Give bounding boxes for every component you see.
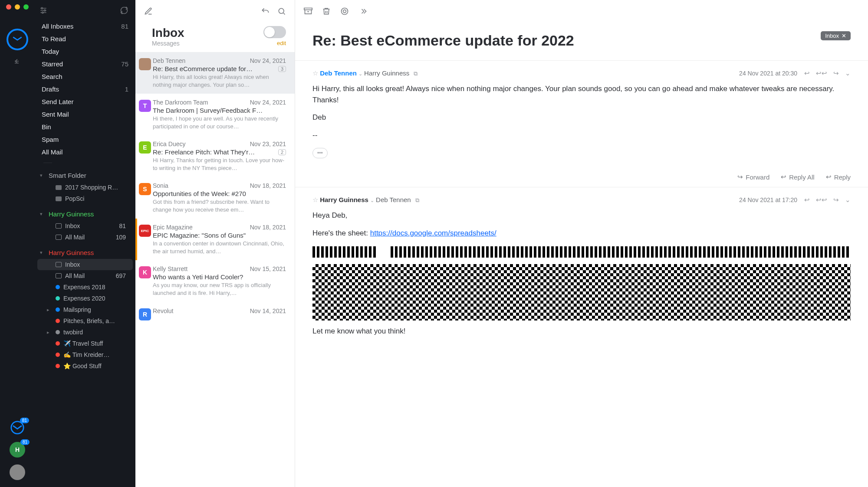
settings-sliders-icon[interactable]	[39, 6, 48, 15]
tag-mailspring[interactable]: ▸Mailspring	[37, 304, 133, 315]
message-avatar: E	[139, 141, 151, 154]
forward-icon[interactable]: ↪	[833, 196, 839, 204]
close-window-icon[interactable]	[6, 4, 11, 10]
nav-bin[interactable]: Bin	[42, 121, 128, 133]
account-name: Harry Guinness	[49, 210, 94, 218]
more-icon[interactable]	[358, 7, 367, 16]
mail-account-icon[interactable]: 81	[10, 420, 25, 435]
tag-tim-kreider[interactable]: ✍️ Tim Kreider…	[37, 349, 133, 360]
tag-expenses-2020[interactable]: Expenses 2020	[37, 293, 133, 304]
search-icon[interactable]	[277, 7, 286, 16]
nav-starred[interactable]: Starred75	[42, 58, 128, 70]
minimize-window-icon[interactable]	[15, 4, 20, 10]
message-date: Nov 24, 2021	[250, 99, 286, 106]
message-item[interactable]: R RevolutNov 14, 2021	[135, 302, 295, 321]
tag-expenses-2018[interactable]: Expenses 2018	[37, 281, 133, 293]
reply-icon[interactable]	[261, 7, 270, 16]
nav-drafts[interactable]: Drafts1	[42, 83, 128, 95]
avatar-badge: 81	[20, 439, 30, 445]
edit-link[interactable]: edit	[263, 40, 286, 46]
account-header[interactable]: ▾ Harry Guinness	[35, 246, 135, 259]
chevron-down-icon[interactable]: ⌄	[370, 198, 374, 203]
close-tag-icon[interactable]: ✕	[842, 33, 846, 39]
account-all-mail[interactable]: All Mail109	[37, 232, 133, 243]
filter-toggle[interactable]	[263, 26, 286, 38]
collapse-icon[interactable]	[13, 57, 21, 65]
reply-all-icon[interactable]: ↩↩	[816, 196, 827, 204]
email-to: Harry Guinness	[364, 69, 409, 77]
message-item[interactable]: S SoniaNov 18, 2021 Opportunities of the…	[135, 177, 295, 219]
forward-button[interactable]: ↪ Forward	[737, 173, 769, 181]
maximize-window-icon[interactable]	[23, 4, 29, 10]
star-icon[interactable]: ☆	[312, 196, 318, 203]
inbox-tag[interactable]: Inbox✕	[821, 31, 851, 40]
message-avatar: EPIC	[139, 225, 151, 237]
nav-all-mail[interactable]: All Mail	[42, 146, 128, 158]
chevron-down-icon[interactable]: ⌄	[845, 69, 851, 77]
message-list: → Deb TennenNov 24, 2021 Re: Best eComme…	[135, 52, 295, 487]
message-item[interactable]: → Deb TennenNov 24, 2021 Re: Best eComme…	[135, 52, 295, 94]
account-inbox[interactable]: Inbox81	[37, 220, 133, 232]
smart-folder-item[interactable]: 2017 Shopping R…	[37, 182, 133, 193]
message-item[interactable]: T The Darkroom TeamNov 24, 2021 The Dark…	[135, 94, 295, 135]
compose-icon[interactable]	[144, 7, 153, 16]
message-item[interactable]: E Erica DuecyNov 23, 2021 Re: Freelance …	[135, 135, 295, 177]
smart-folder-item[interactable]: PopSci	[37, 193, 133, 204]
nav-to-read[interactable]: To Read	[42, 33, 128, 45]
account-name: Harry Guinness	[49, 249, 94, 256]
copy-icon[interactable]: ⧉	[415, 197, 419, 203]
copy-icon[interactable]: ⧉	[414, 70, 418, 77]
chevron-down-icon[interactable]: ⌄	[358, 71, 362, 76]
sync-icon[interactable]	[120, 6, 128, 15]
reply-all-icon[interactable]: ↩↩	[816, 69, 827, 77]
spam-icon[interactable]	[340, 7, 349, 16]
tag-pitches[interactable]: Pitches, Briefs, a…	[37, 315, 133, 327]
archive-icon[interactable]	[304, 7, 312, 16]
tag-travel[interactable]: ✈️ Travel Stuff	[37, 338, 133, 349]
email-to: Deb Tennen	[376, 196, 411, 203]
star-icon[interactable]: ☆	[312, 69, 318, 77]
nav-send-later[interactable]: Send Later	[42, 95, 128, 108]
message-item[interactable]: K Kelly StarrettNov 15, 2021 Who wants a…	[135, 260, 295, 302]
spreadsheet-link[interactable]: https://docs.google.com/spreadsheets/	[370, 229, 496, 237]
email-message: ☆ Deb Tennen⌄ Harry Guinness ⧉ 24 Nov 20…	[295, 61, 868, 167]
nav-sent-mail[interactable]: Sent Mail	[42, 108, 128, 121]
email-from[interactable]: Harry Guinness	[320, 196, 368, 203]
trash-icon[interactable]	[322, 7, 331, 16]
mail-badge: 81	[20, 418, 29, 423]
tag-twobird[interactable]: ▸twobird	[37, 327, 133, 338]
reply-icon[interactable]: ↩	[804, 69, 810, 77]
sidebar: 81 H 81 All Inboxes81 To Read Today Star…	[0, 0, 135, 487]
account-all-mail[interactable]: All Mail697	[37, 270, 133, 281]
chevron-down-icon[interactable]: ⌄	[845, 196, 851, 204]
reply-all-button[interactable]: ↩ Reply All	[781, 173, 814, 181]
sidebar-nav: All Inboxes81 To Read Today Starred75 Se…	[35, 0, 135, 487]
window-controls[interactable]	[0, 4, 29, 10]
account-avatar[interactable]: H 81	[10, 442, 25, 458]
message-preview: Hi Harry, this all looks great! Always n…	[153, 73, 286, 88]
show-more-button[interactable]: •••	[312, 148, 328, 159]
account-inbox[interactable]: Inbox	[37, 259, 133, 270]
message-date: Nov 18, 2021	[250, 182, 286, 189]
message-date: Nov 15, 2021	[250, 265, 286, 272]
account-header[interactable]: ▾ Harry Guinness	[35, 208, 135, 220]
reply-button[interactable]: ↩ Reply	[826, 173, 851, 181]
nav-search[interactable]: Search	[42, 70, 128, 83]
smart-folder-header[interactable]: ▾ Smart Folder	[35, 169, 135, 182]
reply-icon[interactable]: ↩	[804, 196, 810, 204]
email-from[interactable]: Deb Tennen	[320, 69, 357, 77]
email-meta: ☆ Harry Guinness⌄ Deb Tennen ⧉ 24 Nov 20…	[312, 196, 851, 204]
nav-spam[interactable]: Spam	[42, 133, 128, 146]
nav-today[interactable]: Today	[42, 45, 128, 58]
forward-icon[interactable]: ↪	[833, 69, 839, 77]
reply-actions: ↪ Forward ↩ Reply All ↩ Reply	[295, 167, 868, 187]
email-date: 24 Nov 2021 at 20:30	[739, 70, 797, 77]
message-item[interactable]: EPIC Epic MagazineNov 18, 2021 EPIC Maga…	[135, 219, 295, 260]
app-logo-icon[interactable]	[7, 29, 28, 50]
message-avatar: K	[139, 266, 151, 278]
profile-avatar[interactable]	[10, 464, 25, 480]
tag-good-stuff[interactable]: ⭐ Good Stuff	[37, 360, 133, 372]
message-preview: As you may know, our new TRS app is offi…	[153, 281, 286, 297]
nav-all-inboxes[interactable]: All Inboxes81	[42, 20, 128, 33]
svg-point-3	[42, 12, 43, 13]
